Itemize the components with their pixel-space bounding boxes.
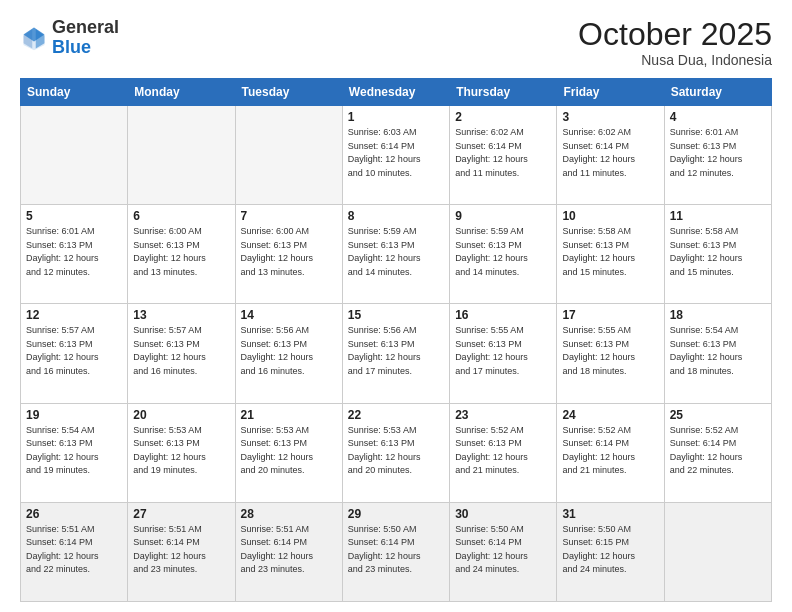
day-number: 11 [670, 209, 766, 223]
calendar-cell: 20Sunrise: 5:53 AM Sunset: 6:13 PM Dayli… [128, 403, 235, 502]
day-number: 22 [348, 408, 444, 422]
day-number: 20 [133, 408, 229, 422]
day-number: 28 [241, 507, 337, 521]
calendar-cell: 8Sunrise: 5:59 AM Sunset: 6:13 PM Daylig… [342, 205, 449, 304]
day-number: 5 [26, 209, 122, 223]
calendar-table: SundayMondayTuesdayWednesdayThursdayFrid… [20, 78, 772, 602]
day-info: Sunrise: 5:59 AM Sunset: 6:13 PM Dayligh… [455, 225, 551, 279]
day-info: Sunrise: 5:53 AM Sunset: 6:13 PM Dayligh… [348, 424, 444, 478]
calendar-cell: 29Sunrise: 5:50 AM Sunset: 6:14 PM Dayli… [342, 502, 449, 601]
day-number: 1 [348, 110, 444, 124]
calendar-header-wednesday: Wednesday [342, 79, 449, 106]
day-info: Sunrise: 5:55 AM Sunset: 6:13 PM Dayligh… [455, 324, 551, 378]
day-info: Sunrise: 6:01 AM Sunset: 6:13 PM Dayligh… [26, 225, 122, 279]
day-number: 3 [562, 110, 658, 124]
day-number: 12 [26, 308, 122, 322]
day-number: 25 [670, 408, 766, 422]
calendar-week-3: 12Sunrise: 5:57 AM Sunset: 6:13 PM Dayli… [21, 304, 772, 403]
month-title: October 2025 [578, 18, 772, 50]
day-number: 26 [26, 507, 122, 521]
calendar-cell: 5Sunrise: 6:01 AM Sunset: 6:13 PM Daylig… [21, 205, 128, 304]
calendar-week-1: 1Sunrise: 6:03 AM Sunset: 6:14 PM Daylig… [21, 106, 772, 205]
day-info: Sunrise: 5:52 AM Sunset: 6:14 PM Dayligh… [670, 424, 766, 478]
day-info: Sunrise: 6:02 AM Sunset: 6:14 PM Dayligh… [455, 126, 551, 180]
day-info: Sunrise: 5:50 AM Sunset: 6:14 PM Dayligh… [455, 523, 551, 577]
day-info: Sunrise: 5:50 AM Sunset: 6:14 PM Dayligh… [348, 523, 444, 577]
day-number: 18 [670, 308, 766, 322]
logo-text: General Blue [52, 18, 119, 58]
calendar-week-2: 5Sunrise: 6:01 AM Sunset: 6:13 PM Daylig… [21, 205, 772, 304]
day-number: 2 [455, 110, 551, 124]
day-info: Sunrise: 5:50 AM Sunset: 6:15 PM Dayligh… [562, 523, 658, 577]
day-number: 21 [241, 408, 337, 422]
calendar-cell [128, 106, 235, 205]
day-number: 15 [348, 308, 444, 322]
day-info: Sunrise: 5:51 AM Sunset: 6:14 PM Dayligh… [241, 523, 337, 577]
calendar-cell: 15Sunrise: 5:56 AM Sunset: 6:13 PM Dayli… [342, 304, 449, 403]
day-info: Sunrise: 6:00 AM Sunset: 6:13 PM Dayligh… [241, 225, 337, 279]
day-info: Sunrise: 5:58 AM Sunset: 6:13 PM Dayligh… [562, 225, 658, 279]
calendar-week-5: 26Sunrise: 5:51 AM Sunset: 6:14 PM Dayli… [21, 502, 772, 601]
day-info: Sunrise: 6:00 AM Sunset: 6:13 PM Dayligh… [133, 225, 229, 279]
calendar-week-4: 19Sunrise: 5:54 AM Sunset: 6:13 PM Dayli… [21, 403, 772, 502]
day-number: 19 [26, 408, 122, 422]
calendar-cell: 6Sunrise: 6:00 AM Sunset: 6:13 PM Daylig… [128, 205, 235, 304]
day-info: Sunrise: 5:52 AM Sunset: 6:14 PM Dayligh… [562, 424, 658, 478]
calendar-cell: 28Sunrise: 5:51 AM Sunset: 6:14 PM Dayli… [235, 502, 342, 601]
calendar-cell: 18Sunrise: 5:54 AM Sunset: 6:13 PM Dayli… [664, 304, 771, 403]
calendar-header-row: SundayMondayTuesdayWednesdayThursdayFrid… [21, 79, 772, 106]
calendar-cell: 2Sunrise: 6:02 AM Sunset: 6:14 PM Daylig… [450, 106, 557, 205]
calendar-cell: 21Sunrise: 5:53 AM Sunset: 6:13 PM Dayli… [235, 403, 342, 502]
calendar-cell: 23Sunrise: 5:52 AM Sunset: 6:13 PM Dayli… [450, 403, 557, 502]
day-number: 30 [455, 507, 551, 521]
day-info: Sunrise: 5:56 AM Sunset: 6:13 PM Dayligh… [348, 324, 444, 378]
calendar-header-tuesday: Tuesday [235, 79, 342, 106]
calendar-cell: 31Sunrise: 5:50 AM Sunset: 6:15 PM Dayli… [557, 502, 664, 601]
calendar-cell: 17Sunrise: 5:55 AM Sunset: 6:13 PM Dayli… [557, 304, 664, 403]
day-info: Sunrise: 5:53 AM Sunset: 6:13 PM Dayligh… [133, 424, 229, 478]
calendar-cell: 9Sunrise: 5:59 AM Sunset: 6:13 PM Daylig… [450, 205, 557, 304]
calendar-cell: 3Sunrise: 6:02 AM Sunset: 6:14 PM Daylig… [557, 106, 664, 205]
day-info: Sunrise: 5:51 AM Sunset: 6:14 PM Dayligh… [26, 523, 122, 577]
calendar-cell: 25Sunrise: 5:52 AM Sunset: 6:14 PM Dayli… [664, 403, 771, 502]
calendar-cell: 7Sunrise: 6:00 AM Sunset: 6:13 PM Daylig… [235, 205, 342, 304]
day-info: Sunrise: 5:54 AM Sunset: 6:13 PM Dayligh… [670, 324, 766, 378]
day-number: 31 [562, 507, 658, 521]
day-number: 4 [670, 110, 766, 124]
header: General Blue October 2025 Nusa Dua, Indo… [20, 18, 772, 68]
calendar-cell: 4Sunrise: 6:01 AM Sunset: 6:13 PM Daylig… [664, 106, 771, 205]
day-number: 10 [562, 209, 658, 223]
logo: General Blue [20, 18, 119, 58]
location: Nusa Dua, Indonesia [578, 52, 772, 68]
calendar-cell: 16Sunrise: 5:55 AM Sunset: 6:13 PM Dayli… [450, 304, 557, 403]
calendar-header-friday: Friday [557, 79, 664, 106]
day-number: 7 [241, 209, 337, 223]
day-number: 27 [133, 507, 229, 521]
calendar-cell: 19Sunrise: 5:54 AM Sunset: 6:13 PM Dayli… [21, 403, 128, 502]
calendar-cell: 27Sunrise: 5:51 AM Sunset: 6:14 PM Dayli… [128, 502, 235, 601]
calendar-header-sunday: Sunday [21, 79, 128, 106]
day-info: Sunrise: 5:55 AM Sunset: 6:13 PM Dayligh… [562, 324, 658, 378]
page: General Blue October 2025 Nusa Dua, Indo… [0, 0, 792, 612]
calendar-cell: 1Sunrise: 6:03 AM Sunset: 6:14 PM Daylig… [342, 106, 449, 205]
day-number: 17 [562, 308, 658, 322]
calendar-cell: 13Sunrise: 5:57 AM Sunset: 6:13 PM Dayli… [128, 304, 235, 403]
calendar-cell: 24Sunrise: 5:52 AM Sunset: 6:14 PM Dayli… [557, 403, 664, 502]
day-number: 9 [455, 209, 551, 223]
logo-general: General [52, 17, 119, 37]
day-number: 24 [562, 408, 658, 422]
day-info: Sunrise: 6:02 AM Sunset: 6:14 PM Dayligh… [562, 126, 658, 180]
day-info: Sunrise: 5:54 AM Sunset: 6:13 PM Dayligh… [26, 424, 122, 478]
title-block: October 2025 Nusa Dua, Indonesia [578, 18, 772, 68]
calendar-cell: 30Sunrise: 5:50 AM Sunset: 6:14 PM Dayli… [450, 502, 557, 601]
day-info: Sunrise: 6:03 AM Sunset: 6:14 PM Dayligh… [348, 126, 444, 180]
day-info: Sunrise: 5:52 AM Sunset: 6:13 PM Dayligh… [455, 424, 551, 478]
calendar-header-saturday: Saturday [664, 79, 771, 106]
day-number: 14 [241, 308, 337, 322]
calendar-header-monday: Monday [128, 79, 235, 106]
calendar-cell: 12Sunrise: 5:57 AM Sunset: 6:13 PM Dayli… [21, 304, 128, 403]
calendar-cell [664, 502, 771, 601]
day-info: Sunrise: 5:57 AM Sunset: 6:13 PM Dayligh… [26, 324, 122, 378]
day-info: Sunrise: 5:59 AM Sunset: 6:13 PM Dayligh… [348, 225, 444, 279]
day-number: 29 [348, 507, 444, 521]
